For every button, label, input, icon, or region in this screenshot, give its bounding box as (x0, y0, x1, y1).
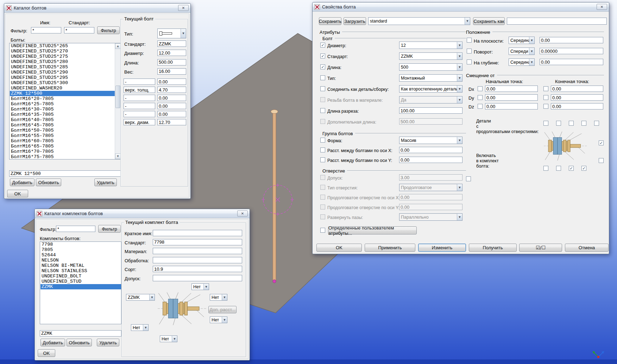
attribute-checkbox[interactable] (320, 86, 325, 91)
list-item[interactable]: UNDEFINED_STUD25*300 (10, 80, 115, 86)
bolt-head[interactable] (271, 110, 278, 114)
list-item[interactable]: БолтМ16*60-7805 (10, 138, 115, 144)
update-button[interactable]: Обновить (36, 178, 61, 186)
offset-end-input[interactable] (551, 103, 603, 109)
position-select[interactable]: Середина▼ (509, 37, 535, 44)
close-button[interactable]: ✕ (237, 211, 248, 216)
bolt-catalog-titlebar[interactable]: Каталог болтов ✕ (4, 4, 190, 13)
position-select[interactable]: Середина▼ (509, 58, 535, 66)
uda-checkbox[interactable] (320, 228, 325, 233)
position-checkbox[interactable] (467, 49, 472, 54)
include-part-checkbox[interactable] (556, 166, 561, 171)
chevron-down-icon[interactable]: ▼ (222, 317, 227, 323)
field-input[interactable] (153, 248, 242, 254)
chevron-down-icon[interactable]: ▼ (143, 325, 148, 331)
attribute-select[interactable]: 12▼ (399, 42, 462, 49)
list-item[interactable]: ZZMK (40, 284, 121, 289)
field-input[interactable] (153, 239, 242, 245)
offset-start-checkbox[interactable] (478, 86, 483, 91)
washer-top-select[interactable]: Нет▼ (191, 283, 209, 290)
bolts-list-scrollbar[interactable]: ▲ ▼ (115, 43, 121, 159)
attribute-checkbox[interactable] (320, 75, 325, 80)
nut2-select[interactable]: Нет▼ (160, 335, 177, 342)
bolt-name-input[interactable] (9, 170, 121, 177)
offset-start-checkbox[interactable] (478, 95, 483, 100)
load-button[interactable]: Загрузить (344, 17, 366, 25)
field-name-input[interactable] (124, 95, 155, 101)
offset-start-input[interactable] (485, 103, 538, 109)
list-item[interactable]: БолтМ16*40-7805 (10, 117, 115, 123)
list-item[interactable]: БолтМ16*25-7805 (10, 101, 115, 107)
field-input[interactable] (157, 111, 186, 117)
get-button[interactable]: Получить (469, 244, 517, 252)
list-item[interactable]: БолтМ16*30-7805 (10, 107, 115, 112)
list-item[interactable]: БолтМ16*50-7805 (10, 128, 115, 133)
assembly-name-input[interactable] (40, 330, 121, 337)
nut1-select[interactable]: Нет▼ (131, 324, 149, 331)
position-input[interactable] (540, 59, 603, 65)
bolt-properties-titlebar[interactable]: Свойства болта ✕ (313, 2, 609, 12)
list-item[interactable]: БолтМ16*75-7805 (10, 154, 115, 159)
user-attributes-button[interactable]: Определенные пользователем атрибуты... (328, 226, 417, 234)
bolt-type-select[interactable]: ▼ (157, 29, 186, 38)
scroll-down-button[interactable]: ▼ (115, 153, 121, 159)
list-item[interactable]: UNDEFINED_STUD25*275 (10, 54, 115, 59)
field-input[interactable] (157, 103, 186, 109)
assemblies-listbox[interactable]: 7798780552644NELSONNELSON BI-METALNELSON… (40, 241, 121, 324)
list-item[interactable]: ZZMK 12*500 (10, 91, 115, 96)
list-item[interactable]: UNDEFINED_STUD25*280 (10, 59, 115, 64)
chevron-down-icon[interactable]: ▼ (172, 336, 177, 342)
position-select[interactable]: Спереди▼ (509, 48, 535, 55)
list-item[interactable]: UNDEFINED_STUD25*290 (10, 70, 115, 75)
include-part-checkbox[interactable]: ✓ (581, 166, 586, 171)
list-item[interactable]: UNDEFINED_WASHER20 (10, 86, 115, 91)
ok-button[interactable]: OK (7, 190, 28, 197)
position-input[interactable] (540, 48, 603, 54)
list-item[interactable]: NELSON STAINLESS (40, 268, 121, 274)
attribute-checkbox[interactable]: ✓ (320, 43, 325, 48)
list-item[interactable]: БолтМ16*65-7805 (10, 144, 115, 149)
list-item[interactable]: UNDEFINED_STUD (40, 279, 121, 284)
field-name-input[interactable] (124, 111, 155, 117)
assembly-catalog-titlebar[interactable]: Каталог комплектов болтов ✕ (35, 209, 250, 218)
offset-end-input[interactable] (551, 86, 603, 92)
field-input[interactable] (157, 40, 186, 47)
chevron-down-icon[interactable]: ▼ (465, 18, 470, 25)
list-item[interactable]: БолтМ16*45-7805 (10, 123, 115, 128)
offset-end-input[interactable] (551, 94, 603, 101)
filter-name-input[interactable] (31, 27, 61, 33)
attribute-input[interactable] (399, 157, 462, 163)
attribute-checkbox[interactable] (320, 108, 325, 113)
attribute-select[interactable]: Массив▼ (399, 137, 462, 144)
field-input[interactable] (157, 87, 186, 93)
field-name-input[interactable] (124, 119, 155, 125)
field-input[interactable] (153, 275, 242, 281)
include-part-checkbox[interactable]: ✓ (569, 166, 574, 171)
field-input[interactable] (157, 95, 186, 101)
ok-button[interactable]: OK (38, 349, 55, 357)
field-input[interactable] (157, 119, 186, 125)
attribute-checkbox[interactable]: ✓ (320, 54, 325, 58)
list-item[interactable]: 7798 (40, 242, 121, 247)
offset-start-input[interactable] (485, 86, 538, 92)
cancel-button[interactable]: Отмена (565, 244, 609, 252)
attribute-input[interactable] (399, 147, 462, 153)
field-name-input[interactable] (124, 103, 155, 109)
list-item[interactable]: UNDEFINED_STUD25*265 (10, 43, 115, 49)
bolt-standard-select[interactable]: ZZMK▼ (126, 294, 155, 301)
offset-end-checkbox[interactable] (543, 104, 548, 109)
attribute-select[interactable]: ZZMK▼ (399, 52, 462, 60)
attribute-select[interactable]: Монтажный▼ (399, 74, 462, 82)
chevron-down-icon[interactable]: ▼ (222, 294, 227, 300)
field-input[interactable] (153, 257, 242, 263)
list-item[interactable]: UNDEFINED_STUD25*285 (10, 64, 115, 70)
filter-button[interactable]: Фильтр (98, 225, 121, 233)
update-button[interactable]: Обновить (67, 339, 92, 346)
field-input[interactable] (153, 266, 242, 272)
slotted-left-checkbox[interactable] (466, 176, 471, 181)
filter-standard-input[interactable] (64, 27, 94, 33)
list-item[interactable]: БолтМ16*20-7805 (10, 96, 115, 101)
attribute-checkbox[interactable]: ✓ (320, 64, 325, 69)
list-item[interactable]: NELSON BI-METAL (40, 263, 121, 268)
list-item[interactable]: 52644 (40, 252, 121, 258)
